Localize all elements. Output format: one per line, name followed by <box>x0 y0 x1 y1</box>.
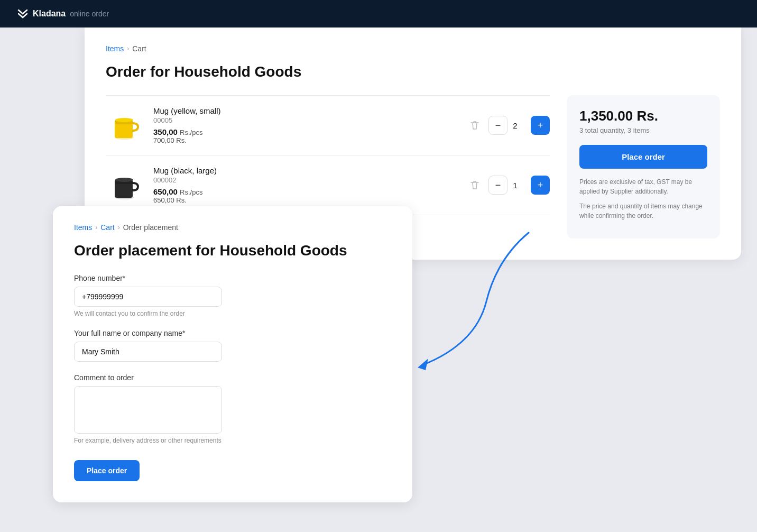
black-mug-icon <box>107 168 142 203</box>
qty-input-2[interactable] <box>507 181 531 190</box>
item-price-1: 350,00 Rs./pcs <box>153 127 457 136</box>
logo-text: Kladana <box>33 9 66 19</box>
item-controls-2: − + <box>467 176 550 195</box>
summary-qty: 3 total quantity, 3 items <box>579 126 707 134</box>
placement-place-order-button[interactable]: Place order <box>74 460 140 481</box>
summary-note-2: The price and quantity of items may chan… <box>579 201 707 221</box>
navbar-subtitle: online order <box>70 10 109 18</box>
name-form-group: Your full name or company name* <box>74 329 391 362</box>
phone-hint: We will contact you to confirm the order <box>74 310 391 317</box>
cart-items-list: Mug (yellow, small) 00005 350,00 Rs./pcs… <box>106 95 550 215</box>
qty-decrease-1-button[interactable]: − <box>488 116 507 135</box>
place-order-button[interactable]: Place order <box>579 145 707 169</box>
item-sku-1: 00005 <box>153 116 457 124</box>
item-sku-2: 000002 <box>153 176 457 184</box>
placement-sep-1: › <box>95 224 97 231</box>
item-controls-1: − + <box>467 116 550 135</box>
breadcrumb-cart: Cart <box>132 44 146 53</box>
item-info-2: Mug (black, large) 000002 650,00 Rs./pcs… <box>153 166 457 204</box>
name-input[interactable] <box>74 342 222 362</box>
item-info-1: Mug (yellow, small) 00005 350,00 Rs./pcs… <box>153 106 457 144</box>
item-image-black-mug <box>106 167 143 204</box>
phone-input[interactable] <box>74 287 222 307</box>
placement-breadcrumb-current: Order placement <box>123 223 178 232</box>
phone-form-group: Phone number* We will contact you to con… <box>74 274 391 317</box>
summary-total: 1,350.00 Rs. <box>579 108 707 124</box>
navbar: Kladana online order <box>0 0 757 27</box>
item-name-1: Mug (yellow, small) <box>153 106 457 115</box>
order-summary: 1,350.00 Rs. 3 total quantity, 3 items P… <box>567 95 720 239</box>
placement-sep-2: › <box>118 224 120 231</box>
price-value-1: 350,00 <box>153 127 178 136</box>
delete-item-2-button[interactable] <box>467 178 482 192</box>
cart-item: Mug (yellow, small) 00005 350,00 Rs./pcs… <box>106 95 550 155</box>
yellow-mug-icon <box>107 108 142 143</box>
svg-point-7 <box>115 178 133 182</box>
price-value-2: 650,00 <box>153 187 178 196</box>
delete-item-1-button[interactable] <box>467 118 482 133</box>
trash-icon <box>469 120 480 131</box>
comment-form-group: Comment to order For example, delivery a… <box>74 373 391 444</box>
qty-increase-1-button[interactable]: + <box>531 116 550 135</box>
qty-increase-2-button[interactable]: + <box>531 176 550 195</box>
placement-breadcrumb-cart-link[interactable]: Cart <box>100 223 114 232</box>
qty-input-1[interactable] <box>507 121 531 130</box>
placement-breadcrumb: Items › Cart › Order placement <box>74 223 391 232</box>
logo: Kladana <box>17 9 66 19</box>
placement-page-title: Order placement for Household Goods <box>74 242 391 259</box>
qty-control-2: − + <box>488 176 550 195</box>
placement-page: Items › Cart › Order placement Order pla… <box>53 206 412 502</box>
price-unit-1: Rs./pcs <box>180 129 202 136</box>
item-total-2: 650,00 Rs. <box>153 196 457 204</box>
summary-note-1: Prices are exclusive of tax, GST may be … <box>579 177 707 196</box>
name-label: Your full name or company name* <box>74 329 391 337</box>
cart-page-title: Order for Household Goods <box>106 63 720 80</box>
trash-icon-2 <box>469 180 480 190</box>
comment-textarea[interactable] <box>74 386 222 434</box>
svg-point-3 <box>115 118 133 122</box>
item-name-2: Mug (black, large) <box>153 166 457 175</box>
breadcrumb-items-link[interactable]: Items <box>106 44 124 53</box>
svg-marker-8 <box>418 359 428 370</box>
phone-label: Phone number* <box>74 274 391 282</box>
qty-decrease-2-button[interactable]: − <box>488 176 507 195</box>
qty-control-1: − + <box>488 116 550 135</box>
breadcrumb: Items › Cart <box>106 44 720 53</box>
placement-breadcrumb-items-link[interactable]: Items <box>74 223 92 232</box>
logo-icon <box>17 9 29 19</box>
item-image-yellow-mug <box>106 107 143 144</box>
comment-label: Comment to order <box>74 373 391 382</box>
comment-hint: For example, delivery address or other r… <box>74 437 391 444</box>
item-total-1: 700,00 Rs. <box>153 136 457 144</box>
item-price-2: 650,00 Rs./pcs <box>153 187 457 196</box>
price-unit-2: Rs./pcs <box>180 188 202 196</box>
breadcrumb-sep-1: › <box>127 45 129 52</box>
